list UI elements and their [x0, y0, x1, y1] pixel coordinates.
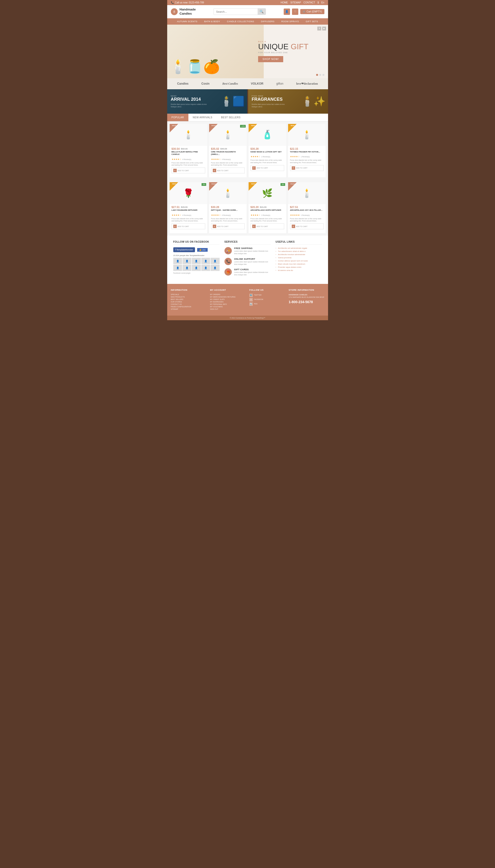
product-name: DIPTYQUE - SAFIRE DORE...	[211, 209, 245, 212]
product-description: Purus duis dianete tore ut the cunny wat…	[172, 162, 205, 167]
pause-button[interactable]: ⏸	[317, 27, 321, 31]
add-to-cart-label: ADD TO CART	[178, 170, 189, 171]
useful-link-2[interactable]: Architectio innotue administrate	[276, 253, 322, 255]
footer-account-my-merchandises-returns[interactable]: MY MERCHANDISES RETURNS	[210, 296, 246, 298]
add-to-cart-button[interactable]: + ADD TO CART	[251, 223, 284, 229]
useful-link-6[interactable]: Prsenter aqua delano enim	[276, 266, 322, 268]
footer-info-pages-configuration[interactable]: PAGES CONFIGURATION	[171, 306, 206, 307]
hero-banner: 🕯️🫙🍊 BUY A UNIQUE GIFT FOR YOUR BELOVED …	[167, 24, 328, 78]
service-icon: 🚚	[224, 247, 232, 254]
wishlist-button[interactable]: ♡	[292, 9, 298, 15]
contact-link[interactable]: CONTACT	[304, 1, 315, 4]
add-to-cart-label: ADD TO CART	[217, 170, 228, 171]
brand-1: Cosin	[201, 82, 209, 85]
service-title: GIFT CARDS	[234, 268, 271, 271]
product-rating: ★★★★☆ 4 Review(s)	[172, 213, 205, 217]
product-price: $30.54	[172, 147, 180, 150]
facebook-like-button[interactable]: 👍 Like	[197, 248, 208, 252]
service-item-1: 📞 ONLINE SUPPORT Lorem dolor diam ipsum …	[224, 258, 271, 266]
home-link[interactable]: HOME	[280, 1, 288, 4]
search-input[interactable]	[214, 9, 258, 14]
footer-account-my-vouchers[interactable]: MY VOUCHERS	[210, 306, 246, 307]
product-tabs: POPULARNEW ARRIVALSBEST SELLERS	[167, 114, 328, 121]
useful-link-0[interactable]: Architectio vel administrate regale	[276, 247, 322, 249]
social-facebook[interactable]: fFACEBOOK	[249, 298, 285, 301]
tab-best-sellers[interactable]: BEST SELLERS	[217, 114, 245, 121]
footer-info-specials[interactable]: SPECIALS	[171, 294, 206, 295]
useful-link-5[interactable]: Etam strude mus tem standrum	[276, 263, 322, 265]
fb-photo-4: 👤	[201, 258, 210, 264]
footer-account-my-credit-slips[interactable]: MY CREDIT SLIPS	[210, 299, 246, 300]
logo: 🕯 Handmade Candles	[171, 7, 196, 16]
service-icon: 🎁	[224, 268, 232, 276]
footer-info-links: SPECIALSNEW PRODUCTSBEST SELLERSOUR STOR…	[171, 294, 206, 310]
currency-selector[interactable]: $	[318, 1, 319, 4]
product-rating: ★★★★☆ 1 Review(s)	[251, 213, 284, 217]
tab-popular[interactable]: POPULAR	[167, 114, 188, 121]
product-name: BELLE FLEUR NEROLI PINE CANDLE	[172, 151, 205, 156]
footer-account-my-addresses[interactable]: MY ADDRESSES	[210, 301, 246, 303]
user-button[interactable]: 👤	[284, 9, 290, 15]
footer-info-new-products[interactable]: NEW PRODUCTS	[171, 296, 206, 298]
product-description: Purus duis dianete tore ut the cunny wat…	[211, 162, 245, 167]
add-to-cart-button[interactable]: + ADD TO CART	[251, 165, 284, 171]
fb-photo-8: 👤	[192, 265, 201, 271]
add-to-cart-button[interactable]: + ADD TO CART	[211, 168, 245, 173]
add-to-cart-button[interactable]: + ADD TO CART	[290, 165, 324, 171]
footer-account-my-personal-info[interactable]: MY PERSONAL INFO	[210, 303, 246, 305]
nav-item-bath-&-body[interactable]: BATH & BODY	[201, 18, 223, 24]
carousel-dot-3[interactable]	[322, 74, 324, 76]
footer-store: STORE INFORMATION HANDMADE CANDLES 1712 …	[289, 289, 324, 311]
header: 🕯 Handmade Candles 🔍 👤 ♡ 🛒 Cart (EMPTY)	[167, 5, 328, 18]
social-twitter[interactable]: 🐦TWITTER	[249, 294, 285, 297]
tab-new-arrivals[interactable]: NEW ARRIVALS	[188, 114, 217, 121]
facebook-widget[interactable]: f TemplateMonster	[173, 247, 195, 252]
footer-account-my-orders[interactable]: MY ORDERS	[210, 294, 246, 295]
services-col: SERVICES 🚚 FREE SHIPPING Lorem dolor dia…	[222, 240, 273, 279]
promo-arrival[interactable]: NEW! ARRIVAL 2014 Dovthe diam purus luct…	[167, 89, 247, 114]
footer-info-best-sellers[interactable]: BEST SELLERS	[171, 299, 206, 300]
useful-link-3[interactable]: Vulnut provenia	[276, 256, 322, 259]
carousel-dot-1[interactable]	[316, 74, 318, 76]
footer-account-sign-out[interactable]: SIGN OUT	[210, 308, 246, 310]
carousel-dot-2[interactable]	[319, 74, 321, 76]
useful-link-4[interactable]: Contur attrexo ipsum turm et nusio	[276, 260, 322, 262]
product-card: NEW! -5% 🌹 $27.51 $28.96 LADY RHUBARB DI…	[170, 182, 207, 233]
promo-arrival-desc: Dovthe diam purus luctus inqures nullak …	[171, 103, 210, 108]
footer-info-contact-us[interactable]: CONTACT US	[171, 303, 206, 305]
useful-link-7[interactable]: Id seems urna du	[276, 269, 322, 271]
fb-photo-9: 👤	[201, 265, 210, 271]
cart-plus-icon: +	[213, 224, 216, 228]
nav-item-room-sprays[interactable]: ROOM SPRAYS	[278, 18, 302, 24]
cart-plus-icon: +	[252, 166, 256, 170]
product-grid-row1: SALE! 🕯️ $30.54 $32.15 BELLE FLEUR NEROL…	[167, 121, 328, 180]
service-item-0: 🚚 FREE SHIPPING Lorem dolor diam ipsum b…	[224, 247, 271, 255]
badge-label: NEW!	[171, 183, 178, 185]
add-to-cart-button[interactable]: + ADD TO CART	[172, 168, 205, 173]
info-section: FOLLOW US ON FACEBOOK f TemplateMonster …	[167, 236, 328, 284]
footer-info-sitemap[interactable]: SITEMAP	[171, 308, 206, 310]
useful-link-1[interactable]: Tur adsertionem striat et delre e	[276, 250, 322, 252]
nav-item-diffusers[interactable]: DIFFUSERS	[258, 18, 278, 24]
add-to-cart-button[interactable]: + ADD TO CART	[211, 223, 245, 229]
badge-label: NEW!	[250, 183, 257, 185]
add-to-cart-button[interactable]: + ADD TO CART	[172, 223, 205, 229]
sitemap-link[interactable]: SITEMAP	[290, 1, 301, 4]
add-to-cart-label: ADD TO CART	[257, 167, 268, 169]
search-button[interactable]: 🔍	[258, 9, 266, 15]
product-card: SALE! 🕯️ $30.28 DIPTYQUE - SAFIRE DORE..…	[209, 182, 246, 233]
product-description: Purus duis dianete tore ut the cunny wat…	[211, 218, 245, 222]
cart-button[interactable]: 🛒 Cart (EMPTY)	[300, 9, 324, 14]
social-rss[interactable]: 📡RSS	[249, 302, 285, 306]
play-button[interactable]: ▶	[322, 27, 326, 31]
shop-now-button[interactable]: SHOP NOW!	[258, 56, 283, 62]
add-to-cart-label: ADD TO CART	[178, 226, 189, 227]
nav-item-autumn-scents[interactable]: AUTUMN SCENTS	[173, 18, 201, 24]
language-selector[interactable]: En	[321, 1, 324, 4]
add-to-cart-button[interactable]: + ADD TO CART	[290, 223, 324, 229]
nav-item-gift-sets[interactable]: GIFT SETS	[302, 18, 322, 24]
promo-fragrances[interactable]: FIND NEW FRAGRANCES Dovthe diam purus lu…	[248, 89, 328, 114]
footer: INFORMATION SPECIALSNEW PRODUCTSBEST SEL…	[167, 284, 328, 316]
nav-item-candle-collections[interactable]: CANDLE COLLECTIONS	[223, 18, 258, 24]
footer-info-our-stores[interactable]: OUR STORES	[171, 301, 206, 303]
